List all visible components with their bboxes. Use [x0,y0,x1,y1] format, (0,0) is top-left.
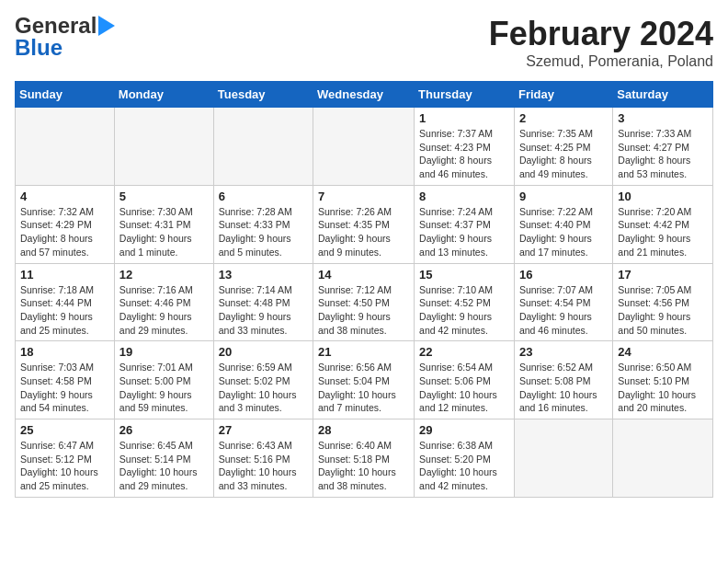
header: General Blue February 2024 Szemud, Pomer… [15,15,713,70]
day-number: 27 [219,423,308,437]
day-number: 11 [20,268,109,282]
day-header-tuesday: Tuesday [213,82,313,108]
day-number: 1 [419,111,509,125]
calendar-table: SundayMondayTuesdayWednesdayThursdayFrid… [15,81,713,498]
day-info: Sunrise: 7:14 AMSunset: 4:48 PMDaylight:… [219,283,308,338]
day-info: Sunrise: 7:24 AMSunset: 4:37 PMDaylight:… [419,205,509,259]
day-number: 18 [20,345,109,359]
day-number: 17 [618,268,708,282]
day-headers-row: SundayMondayTuesdayWednesdayThursdayFrid… [16,82,713,108]
calendar-cell: 11Sunrise: 7:18 AMSunset: 4:44 PMDayligh… [16,263,115,341]
week-row-4: 18Sunrise: 7:03 AMSunset: 4:58 PMDayligh… [16,341,713,419]
day-header-sunday: Sunday [16,82,115,108]
calendar-cell: 14Sunrise: 7:12 AMSunset: 4:50 PMDayligh… [313,263,415,341]
day-info: Sunrise: 6:43 AMSunset: 5:16 PMDaylight:… [219,439,308,493]
day-info: Sunrise: 6:40 AMSunset: 5:18 PMDaylight:… [318,439,409,493]
day-number: 26 [119,423,209,437]
day-info: Sunrise: 7:30 AMSunset: 4:31 PMDaylight:… [119,205,209,259]
day-number: 10 [618,190,708,203]
day-number: 15 [419,268,509,282]
day-info: Sunrise: 7:12 AMSunset: 4:50 PMDaylight:… [318,283,409,338]
calendar-cell: 22Sunrise: 6:54 AMSunset: 5:06 PMDayligh… [415,341,515,419]
calendar-cell: 12Sunrise: 7:16 AMSunset: 4:46 PMDayligh… [114,263,213,341]
calendar-cell: 20Sunrise: 6:59 AMSunset: 5:02 PMDayligh… [213,341,313,419]
day-info: Sunrise: 7:26 AMSunset: 4:35 PMDaylight:… [318,205,409,259]
day-number: 14 [318,268,409,282]
calendar-cell [313,108,415,186]
calendar-cell: 5Sunrise: 7:30 AMSunset: 4:31 PMDaylight… [114,185,213,263]
day-info: Sunrise: 7:35 AMSunset: 4:25 PMDaylight:… [519,127,608,181]
calendar-cell: 28Sunrise: 6:40 AMSunset: 5:18 PMDayligh… [313,419,415,498]
day-info: Sunrise: 7:05 AMSunset: 4:56 PMDaylight:… [618,283,708,338]
day-number: 16 [519,268,608,282]
calendar-cell: 1Sunrise: 7:37 AMSunset: 4:23 PMDaylight… [415,108,515,186]
day-info: Sunrise: 6:38 AMSunset: 5:20 PMDaylight:… [419,439,509,493]
logo-blue-text: Blue [15,37,115,59]
location-subtitle: Szemud, Pomerania, Poland [489,53,713,70]
day-info: Sunrise: 6:56 AMSunset: 5:04 PMDaylight:… [318,361,409,415]
day-header-friday: Friday [514,82,612,108]
calendar-cell [613,419,713,498]
day-info: Sunrise: 7:28 AMSunset: 4:33 PMDaylight:… [219,205,308,259]
day-number: 6 [219,190,308,203]
calendar-cell: 29Sunrise: 6:38 AMSunset: 5:20 PMDayligh… [415,419,515,498]
calendar-cell: 9Sunrise: 7:22 AMSunset: 4:40 PMDaylight… [514,185,612,263]
calendar-cell: 18Sunrise: 7:03 AMSunset: 4:58 PMDayligh… [16,341,115,419]
calendar-cell: 24Sunrise: 6:50 AMSunset: 5:10 PMDayligh… [613,341,713,419]
day-info: Sunrise: 7:37 AMSunset: 4:23 PMDaylight:… [419,127,509,181]
day-info: Sunrise: 7:20 AMSunset: 4:42 PMDaylight:… [618,205,708,259]
day-number: 3 [618,111,708,125]
day-number: 23 [519,345,608,359]
day-info: Sunrise: 7:03 AMSunset: 4:58 PMDaylight:… [20,361,109,415]
logo-general-text: General [15,15,97,37]
calendar-cell: 3Sunrise: 7:33 AMSunset: 4:27 PMDaylight… [613,108,713,186]
calendar-cell: 7Sunrise: 7:26 AMSunset: 4:35 PMDaylight… [313,185,415,263]
day-header-saturday: Saturday [613,82,713,108]
calendar-cell: 10Sunrise: 7:20 AMSunset: 4:42 PMDayligh… [613,185,713,263]
day-info: Sunrise: 7:16 AMSunset: 4:46 PMDaylight:… [119,283,209,338]
calendar-body: 1Sunrise: 7:37 AMSunset: 4:23 PMDaylight… [16,108,713,498]
day-number: 12 [119,268,209,282]
calendar-cell: 21Sunrise: 6:56 AMSunset: 5:04 PMDayligh… [313,341,415,419]
calendar-cell: 15Sunrise: 7:10 AMSunset: 4:52 PMDayligh… [415,263,515,341]
day-info: Sunrise: 6:47 AMSunset: 5:12 PMDaylight:… [20,439,109,493]
month-title: February 2024 [489,15,713,53]
day-number: 7 [318,190,409,203]
calendar-cell [213,108,313,186]
day-info: Sunrise: 7:01 AMSunset: 5:00 PMDaylight:… [119,361,209,415]
day-info: Sunrise: 7:33 AMSunset: 4:27 PMDaylight:… [618,127,708,181]
calendar-cell: 25Sunrise: 6:47 AMSunset: 5:12 PMDayligh… [16,419,115,498]
day-info: Sunrise: 7:18 AMSunset: 4:44 PMDaylight:… [20,283,109,338]
day-info: Sunrise: 6:54 AMSunset: 5:06 PMDaylight:… [419,361,509,415]
day-header-thursday: Thursday [415,82,515,108]
calendar-cell: 2Sunrise: 7:35 AMSunset: 4:25 PMDaylight… [514,108,612,186]
calendar-cell: 17Sunrise: 7:05 AMSunset: 4:56 PMDayligh… [613,263,713,341]
day-number: 24 [618,345,708,359]
day-number: 21 [318,345,409,359]
day-info: Sunrise: 7:22 AMSunset: 4:40 PMDaylight:… [519,205,608,259]
day-number: 8 [419,190,509,203]
calendar-cell: 4Sunrise: 7:32 AMSunset: 4:29 PMDaylight… [16,185,115,263]
calendar-cell: 26Sunrise: 6:45 AMSunset: 5:14 PMDayligh… [114,419,213,498]
calendar-cell: 8Sunrise: 7:24 AMSunset: 4:37 PMDaylight… [415,185,515,263]
day-number: 22 [419,345,509,359]
day-number: 20 [219,345,308,359]
day-info: Sunrise: 6:59 AMSunset: 5:02 PMDaylight:… [219,361,308,415]
day-info: Sunrise: 7:10 AMSunset: 4:52 PMDaylight:… [419,283,509,338]
day-number: 13 [219,268,308,282]
day-info: Sunrise: 7:32 AMSunset: 4:29 PMDaylight:… [20,205,109,259]
calendar-cell: 16Sunrise: 7:07 AMSunset: 4:54 PMDayligh… [514,263,612,341]
day-number: 29 [419,423,509,437]
day-info: Sunrise: 6:50 AMSunset: 5:10 PMDaylight:… [618,361,708,415]
day-number: 4 [20,190,109,203]
day-number: 9 [519,190,608,203]
calendar-cell [514,419,612,498]
title-area: February 2024 Szemud, Pomerania, Poland [489,15,713,70]
week-row-2: 4Sunrise: 7:32 AMSunset: 4:29 PMDaylight… [16,185,713,263]
calendar-cell [114,108,213,186]
calendar-cell: 6Sunrise: 7:28 AMSunset: 4:33 PMDaylight… [213,185,313,263]
day-number: 25 [20,423,109,437]
week-row-1: 1Sunrise: 7:37 AMSunset: 4:23 PMDaylight… [16,108,713,186]
week-row-5: 25Sunrise: 6:47 AMSunset: 5:12 PMDayligh… [16,419,713,498]
calendar-cell: 23Sunrise: 6:52 AMSunset: 5:08 PMDayligh… [514,341,612,419]
